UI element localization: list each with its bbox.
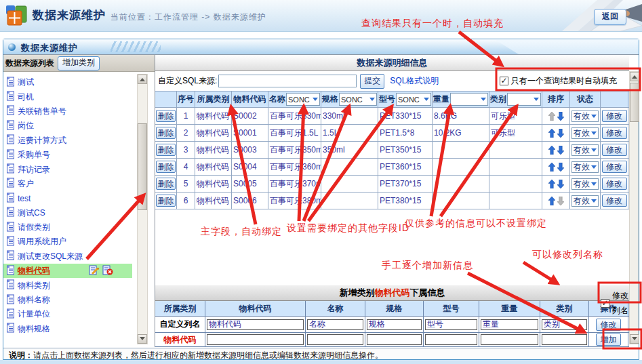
new-name-input[interactable] [307, 334, 363, 345]
delete-button[interactable]: 删除 [156, 161, 176, 173]
sidebar-item-17[interactable]: 物料规格 [3, 322, 132, 336]
document-icon [6, 134, 15, 146]
custom-sql-input[interactable] [218, 75, 357, 87]
scrollbar-thumb[interactable] [630, 83, 639, 122]
category-cell: 物料代码 [195, 159, 232, 175]
status-select[interactable]: 有效 [571, 161, 599, 173]
autofill-checkbox[interactable] [500, 77, 508, 85]
sort-up-icon[interactable] [548, 112, 555, 121]
sidebar-item-13[interactable]: 物料代码 [3, 264, 132, 278]
delete-button[interactable]: 删除 [156, 178, 176, 190]
edit-category-icon[interactable] [89, 265, 100, 277]
sort-column-header: 排序 [542, 92, 570, 107]
delete-button[interactable]: 删除 [156, 127, 176, 139]
delete-category-icon[interactable] [102, 265, 113, 277]
sidebar-item-4[interactable]: 运费计算方式 [3, 134, 132, 148]
scroll-down-button[interactable] [630, 334, 639, 344]
scrollbar-thumb[interactable] [138, 123, 147, 210]
sidebar-item-3[interactable]: 岗位 [3, 119, 132, 133]
modify-button[interactable]: 修改 [602, 144, 627, 156]
custom-code-input[interactable] [207, 319, 304, 330]
sort-up-icon[interactable] [548, 129, 555, 138]
custom-weight-input[interactable] [481, 319, 538, 330]
sidebar-item-7[interactable]: 客户 [3, 177, 132, 191]
add-category-button[interactable]: 增加类别 [58, 56, 100, 70]
sidebar-item-2[interactable]: 关联销售单号 [3, 104, 132, 119]
sort-up-icon[interactable] [548, 163, 555, 171]
sort-down-icon[interactable] [557, 129, 564, 138]
sidebar-item-8[interactable]: test [3, 191, 132, 205]
sort-up-icon[interactable] [548, 180, 555, 188]
add-record-button[interactable]: 增加 [596, 333, 621, 346]
sidebar-item-0[interactable]: 测试 [3, 75, 132, 89]
sort-down-icon[interactable] [557, 197, 564, 205]
modify-button[interactable]: 修改 [602, 127, 627, 139]
detail-section-title: 数据来源明细信息 [155, 55, 629, 71]
new-weight-input[interactable] [481, 334, 538, 345]
custom-row-label: 自定义列名 [155, 317, 205, 332]
custom-model-input[interactable] [425, 319, 477, 330]
sort-down-icon[interactable] [557, 163, 564, 171]
table-row-3: 删除3物料代码S0003百事可乐350ml350mlPET350*15有效修改 [155, 142, 629, 159]
sidebar-scrollbar[interactable] [137, 74, 148, 344]
delete-button[interactable]: 删除 [156, 110, 176, 122]
submit-button[interactable]: 提交 [360, 74, 384, 89]
scroll-down-button[interactable] [138, 334, 147, 344]
status-select[interactable]: 有效 [571, 127, 599, 139]
scroll-up-button[interactable] [138, 75, 147, 84]
status-select[interactable]: 有效 [571, 178, 599, 190]
new-code-input[interactable] [207, 334, 304, 345]
autofill-option: 只有一个查询结果时自动填充 [500, 75, 617, 87]
rename-columns-checkbox[interactable] [601, 299, 609, 308]
status-select[interactable]: 有效 [571, 195, 599, 207]
sort-up-icon[interactable] [548, 197, 555, 205]
new-type-input[interactable] [542, 334, 587, 345]
scroll-up-button[interactable] [630, 72, 639, 81]
sort-down-icon[interactable] [557, 112, 564, 121]
new-spec-input[interactable] [367, 334, 422, 345]
sidebar-item-11[interactable]: 调用系统用户 [3, 235, 132, 249]
type-cell: 可乐型 [489, 125, 542, 141]
back-button[interactable]: 返回 [594, 9, 626, 25]
spec-bind-select[interactable]: SONC [339, 93, 377, 106]
detail-table: 序号 所属类别 物料代码 名称 SONC 规格 SONC 型号 [155, 92, 629, 209]
status-cell: 有效 [570, 193, 601, 209]
sidebar-item-15[interactable]: 物料名称 [3, 293, 132, 307]
document-icon [6, 77, 15, 89]
custom-spec-input[interactable] [367, 319, 422, 330]
sidebar-item-9[interactable]: 测试CS [3, 206, 132, 220]
model-column-label: 型号 [379, 94, 395, 105]
sort-down-icon[interactable] [557, 146, 564, 155]
sql-format-help-link[interactable]: SQL格式说明 [390, 75, 439, 87]
document-icon [6, 308, 15, 321]
custom-name-input[interactable] [307, 319, 363, 330]
status-select[interactable]: 有效 [571, 144, 599, 156]
sort-up-icon[interactable] [548, 146, 555, 155]
sidebar-item-10[interactable]: 请假类别 [3, 220, 132, 235]
sidebar-item-1[interactable]: 司机 [3, 89, 132, 104]
modify-button[interactable]: 修改 [602, 110, 627, 122]
type-cell [489, 159, 542, 175]
modify-button[interactable]: 修改 [602, 195, 627, 207]
sidebar-item-label: 岗位 [18, 120, 34, 132]
sidebar-item-14[interactable]: 物料类别 [3, 278, 132, 292]
model-bind-select[interactable]: SONC [396, 93, 431, 106]
delete-button[interactable]: 删除 [156, 144, 176, 156]
custom-type-input[interactable] [542, 319, 587, 330]
type-bind-select[interactable] [507, 93, 541, 106]
modify-button[interactable]: 修改 [602, 161, 627, 173]
sidebar-item-6[interactable]: 拜访记录 [3, 162, 132, 176]
weight-bind-select[interactable] [450, 93, 488, 106]
modify-button[interactable]: 修改 [602, 178, 627, 190]
sidebar-item-5[interactable]: 采购单号 [3, 148, 132, 162]
sidebar-item-16[interactable]: 计量单位 [3, 307, 132, 321]
sidebar-item-12[interactable]: 测试更改SQL来源 [3, 249, 132, 264]
modify-columns-button[interactable]: 修改 [596, 319, 621, 331]
name-bind-select[interactable]: SONC [286, 93, 320, 106]
status-select[interactable]: 有效 [571, 110, 599, 122]
delete-button[interactable]: 删除 [156, 195, 176, 207]
new-category-table: 所属类别 物料代码 名称 规格 型号 重量 类别 操作 自定义列名 [155, 301, 629, 347]
new-model-input[interactable] [425, 334, 477, 345]
sort-down-icon[interactable] [557, 180, 564, 188]
main-scrollbar[interactable] [629, 71, 639, 344]
